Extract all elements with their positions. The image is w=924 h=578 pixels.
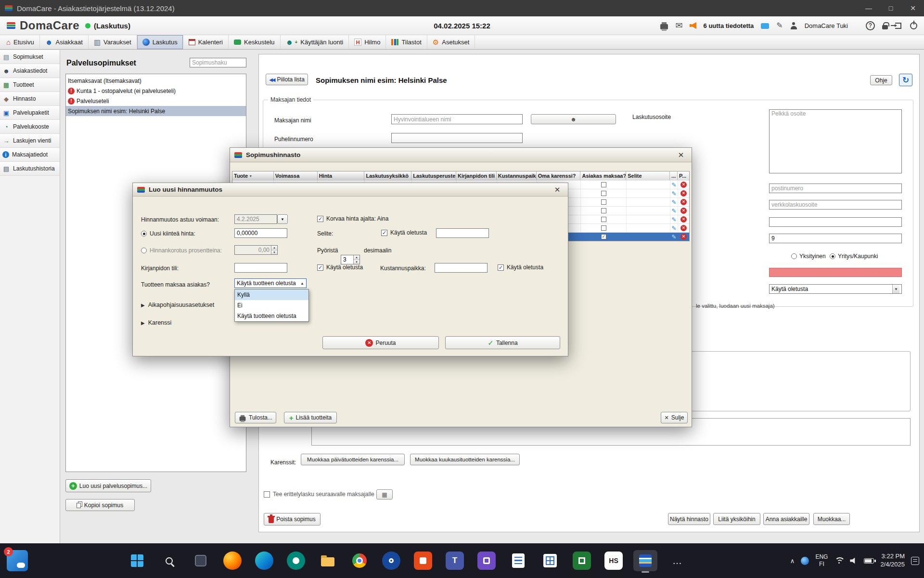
payer-name-input[interactable]: [391, 114, 523, 124]
edit-daily-karenssi-button[interactable]: Muokkaa päivätuotteiden karenssia...: [301, 454, 405, 465]
address-textarea[interactable]: [769, 109, 902, 173]
tab-etusivu[interactable]: ⌂ Etusivu: [1, 35, 40, 49]
user-name[interactable]: DomaCare Tuki: [805, 22, 848, 29]
attach-units-button[interactable]: Liitä yksiköihin: [713, 513, 760, 525]
sidebar-item-hinnasto[interactable]: ◆ Hinnasto: [0, 92, 60, 106]
row-checkbox[interactable]: [601, 208, 606, 213]
printer-icon[interactable]: [660, 24, 668, 29]
tray-network-icon[interactable]: [801, 557, 809, 565]
notifications-label[interactable]: 6 uutta tiedotetta: [704, 22, 754, 29]
close-button[interactable]: ✕: [902, 0, 924, 16]
column-header[interactable]: Kirjanpidon tili: [456, 171, 497, 180]
logout-icon[interactable]: [895, 23, 901, 29]
add-products-button[interactable]: + Lisää tuotteita: [284, 412, 337, 423]
delete-icon[interactable]: ✕: [680, 208, 687, 214]
phone-input[interactable]: [391, 133, 523, 143]
copy-contract-button[interactable]: Kopioi sopimus: [65, 499, 135, 511]
sidebar-item-maksajatiedot[interactable]: i Maksajatiedot: [0, 148, 60, 162]
column-header[interactable]: Laskutusyksikkö: [364, 171, 411, 180]
spinner-arrows[interactable]: ▲▼: [353, 255, 359, 264]
sidebar-item-palvelukooste[interactable]: ◔ Palvelukooste: [0, 120, 60, 134]
select-payer-button[interactable]: ☻: [531, 114, 616, 124]
minimize-button[interactable]: —: [858, 0, 880, 16]
contract-list-item[interactable]: Itsemaksavat (Itsemaksavat): [66, 76, 246, 86]
replace-price-checkbox[interactable]: ✓: [317, 216, 323, 222]
tab-tilastot[interactable]: Tilastot: [386, 35, 427, 49]
time-settings-section[interactable]: ▶ Aikapohjaisuusasetukset: [141, 302, 214, 308]
taskbar-teams[interactable]: T: [439, 546, 471, 575]
column-header[interactable]: Hinta: [318, 171, 365, 180]
taskbar-orange-app[interactable]: [407, 546, 439, 575]
use-default-dropdown[interactable]: Käytä oletusta ▼: [769, 284, 902, 294]
selite-default-checkbox[interactable]: ✓: [381, 230, 387, 236]
sidebar-item-laskutushistoria[interactable]: ▤ Laskutushistoria: [0, 162, 60, 176]
spin-down-icon[interactable]: ▼: [271, 250, 277, 255]
close-icon[interactable]: ✕: [675, 151, 687, 159]
print-button[interactable]: Tulosta...: [235, 412, 276, 423]
megaphone-icon[interactable]: [690, 22, 696, 29]
taskbar-start[interactable]: [121, 546, 153, 575]
cost-center-default-checkbox[interactable]: ✓: [498, 264, 504, 271]
delete-icon[interactable]: ✕: [680, 199, 687, 205]
tab-asetukset[interactable]: ⚙ Asetukset: [427, 35, 475, 49]
column-header[interactable]: Laskutusperuste: [411, 171, 456, 180]
column-header[interactable]: Oma karenssi?: [537, 171, 581, 180]
taskbar-chrome[interactable]: [344, 546, 375, 575]
contract-search-input[interactable]: [190, 58, 246, 67]
einvoice-address-input[interactable]: [769, 200, 902, 210]
row-checkbox[interactable]: [601, 191, 606, 196]
close-icon[interactable]: ✕: [551, 185, 564, 194]
itemized-payer-picker-button[interactable]: ▦: [376, 489, 393, 499]
round-spinner[interactable]: 3 ▲▼: [341, 255, 360, 264]
date-dropdown-button[interactable]: ▼: [277, 214, 288, 224]
postal-code-input[interactable]: [769, 184, 902, 193]
row-checkbox-checked[interactable]: ✓: [601, 234, 606, 239]
tab-varaukset[interactable]: ▥ Varaukset: [89, 35, 137, 49]
battery-icon[interactable]: [864, 558, 874, 564]
operator-input[interactable]: [769, 234, 902, 243]
pencil-icon[interactable]: ✎: [672, 208, 677, 214]
dropdown-option-kylla[interactable]: Kyllä: [235, 289, 308, 300]
contract-list-item-selected[interactable]: Sopimuksen nimi esim: Helsinki Palse: [66, 106, 246, 116]
spin-up-icon[interactable]: ▲: [354, 255, 359, 260]
delete-icon[interactable]: ✕: [680, 190, 687, 197]
tab-hilmo[interactable]: H Hilmo: [349, 35, 386, 49]
row-checkbox[interactable]: [601, 182, 606, 187]
new-contract-button[interactable]: + Luo uusi palvelusopimus...: [65, 479, 151, 492]
itemized-invoice-checkbox[interactable]: [264, 491, 270, 498]
give-to-clients-button[interactable]: Anna asiakkaille: [763, 513, 809, 525]
hide-list-button[interactable]: ◀◀ Piilota lista: [266, 74, 308, 85]
column-header[interactable]: Kustannuspaikka: [497, 171, 537, 180]
extra-address-input[interactable]: [769, 217, 902, 227]
delete-icon[interactable]: ✕: [680, 225, 687, 231]
contract-list-item[interactable]: ! Kunta 1 - ostopalvelut (ei palvelusete…: [66, 86, 246, 96]
row-checkbox[interactable]: [601, 199, 606, 205]
taskbar-document-app[interactable]: [502, 546, 534, 575]
mail-icon[interactable]: ✉: [675, 21, 682, 30]
taskbar-widget-icon[interactable]: 2: [7, 550, 28, 571]
sidebar-item-tuotteet[interactable]: ▦ Tuotteet: [0, 78, 60, 92]
refresh-button[interactable]: ↻: [899, 74, 912, 86]
fixed-price-radio[interactable]: [141, 231, 147, 236]
percent-spinner[interactable]: 0,00 ▲▼: [234, 245, 278, 255]
tab-asiakkaat[interactable]: ☻ Asiakkaat: [40, 35, 89, 49]
edit-contract-button[interactable]: Muokkaa...: [813, 513, 850, 525]
spin-up-icon[interactable]: ▲: [271, 246, 277, 250]
sidebar-item-asiakastiedot[interactable]: ☻ Asiakastiedot: [0, 64, 60, 78]
tab-kayttajan-luonti[interactable]: ☻+ Käyttäjän luonti: [281, 35, 349, 49]
save-button[interactable]: ✓ Tallenna: [445, 336, 560, 349]
pencil-icon[interactable]: ✎: [672, 182, 677, 188]
taskbar-table-app[interactable]: [534, 546, 566, 575]
tab-keskustelu[interactable]: Keskustelu: [229, 35, 281, 49]
payer-type-private[interactable]: Yksityinen: [791, 253, 826, 260]
dropdown-option-ei[interactable]: Ei: [235, 300, 308, 311]
delete-contract-button[interactable]: Poista sopimus: [264, 513, 321, 525]
tab-laskutus[interactable]: Laskutus: [137, 35, 183, 49]
edit-monthly-karenssi-button[interactable]: Muokkaa kuukausituotteiden karenssia...: [410, 454, 520, 465]
taskbar-clock[interactable]: 3:22 PM 2/4/2025: [880, 552, 905, 569]
taskbar-domacare-active[interactable]: [629, 546, 661, 575]
power-icon[interactable]: [910, 22, 917, 29]
taskbar-green-app[interactable]: [566, 546, 598, 575]
language-switcher[interactable]: ENG FI: [815, 553, 828, 568]
help-icon[interactable]: ?: [866, 21, 875, 30]
